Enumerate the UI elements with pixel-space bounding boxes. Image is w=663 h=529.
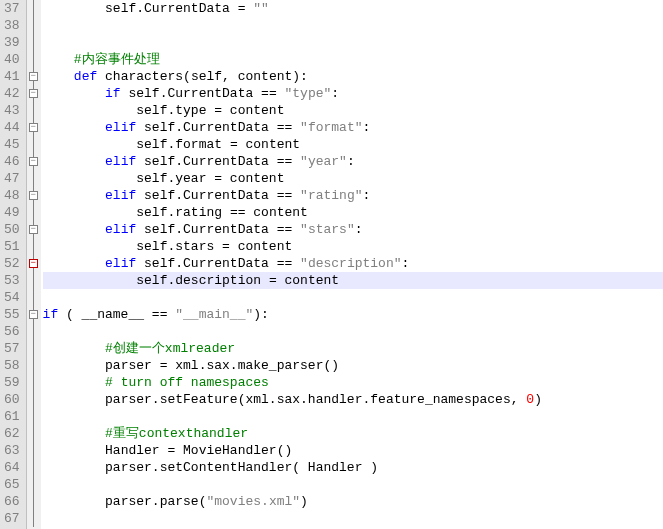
fold-toggle-icon[interactable]: − — [29, 225, 38, 234]
fold-cell[interactable]: − — [27, 306, 41, 323]
token-op: ): — [253, 307, 269, 322]
fold-toggle-icon[interactable]: − — [29, 191, 38, 200]
token-id: parser.setContentHandler — [105, 460, 292, 475]
line-number: 44 — [4, 119, 20, 136]
line-number: 64 — [4, 459, 20, 476]
code-line[interactable]: # turn off namespaces — [43, 374, 663, 391]
token-self: self — [128, 86, 159, 101]
code-area[interactable]: self.CurrentData = "" #内容事件处理 def charac… — [41, 0, 663, 529]
token-id: parser — [105, 358, 160, 373]
token-str: "year" — [300, 154, 347, 169]
token-kw: elif — [105, 120, 144, 135]
line-number: 43 — [4, 102, 20, 119]
token-op: = MovieHandler — [167, 443, 276, 458]
fold-cell — [27, 136, 41, 153]
code-line[interactable]: if self.CurrentData == "type": — [43, 85, 663, 102]
fold-cell — [27, 442, 41, 459]
code-line[interactable]: parser.parse("movies.xml") — [43, 493, 663, 510]
token-id: parser.setFeature — [105, 392, 238, 407]
code-line[interactable] — [43, 34, 663, 51]
fold-cell — [27, 289, 41, 306]
token-self: self — [144, 154, 175, 169]
code-line[interactable]: parser.setContentHandler( Handler ) — [43, 459, 663, 476]
code-editor[interactable]: 3738394041424344454647484950515253545556… — [0, 0, 663, 529]
code-line[interactable]: Handler = MovieHandler() — [43, 442, 663, 459]
fold-toggle-icon[interactable]: − — [29, 89, 38, 98]
code-line[interactable]: parser.setFeature(xml.sax.handler.featur… — [43, 391, 663, 408]
code-line[interactable] — [43, 323, 663, 340]
token-str: "format" — [300, 120, 362, 135]
token-op: == — [261, 86, 284, 101]
token-kw: elif — [105, 222, 144, 237]
fold-toggle-icon[interactable]: − — [29, 72, 38, 81]
token-kw: elif — [105, 256, 144, 271]
code-line[interactable]: self.rating == content — [43, 204, 663, 221]
code-line[interactable]: self.year = content — [43, 170, 663, 187]
code-line[interactable]: self.stars = content — [43, 238, 663, 255]
token-op: = content — [214, 103, 284, 118]
code-line[interactable] — [43, 476, 663, 493]
code-line[interactable]: #内容事件处理 — [43, 51, 663, 68]
fold-cell[interactable]: − — [27, 221, 41, 238]
line-number: 49 — [4, 204, 20, 221]
token-op: == — [277, 188, 300, 203]
code-line[interactable] — [43, 510, 663, 527]
fold-cell — [27, 51, 41, 68]
fold-toggle-icon[interactable]: − — [29, 259, 38, 268]
code-line[interactable]: elif self.CurrentData == "year": — [43, 153, 663, 170]
fold-cell[interactable]: − — [27, 187, 41, 204]
fold-cell — [27, 340, 41, 357]
fold-cell[interactable]: − — [27, 255, 41, 272]
code-line[interactable]: #创建一个xmlreader — [43, 340, 663, 357]
token-op: : — [331, 86, 339, 101]
token-kw: if — [105, 86, 128, 101]
code-line[interactable] — [43, 408, 663, 425]
code-line[interactable]: elif self.CurrentData == "format": — [43, 119, 663, 136]
fold-toggle-icon[interactable]: − — [29, 123, 38, 132]
fold-gutter[interactable]: −−−−−−−− — [27, 0, 41, 529]
code-line[interactable]: #重写contexthandler — [43, 425, 663, 442]
fold-cell — [27, 408, 41, 425]
fold-cell[interactable]: − — [27, 68, 41, 85]
fold-cell[interactable]: − — [27, 153, 41, 170]
token-op: == — [277, 154, 300, 169]
token-str: "movies.xml" — [206, 494, 300, 509]
code-line[interactable]: self.CurrentData = "" — [43, 0, 663, 17]
token-id: CurrentData — [144, 1, 238, 16]
line-number: 39 — [4, 34, 20, 51]
code-line[interactable]: self.description = content — [43, 272, 663, 289]
fold-cell[interactable]: − — [27, 119, 41, 136]
line-number: 57 — [4, 340, 20, 357]
fold-cell — [27, 391, 41, 408]
line-number: 50 — [4, 221, 20, 238]
line-number: 58 — [4, 357, 20, 374]
fold-cell[interactable]: − — [27, 85, 41, 102]
token-kw: def — [74, 69, 105, 84]
fold-toggle-icon[interactable]: − — [29, 310, 38, 319]
line-number: 62 — [4, 425, 20, 442]
code-line[interactable] — [43, 17, 663, 34]
code-line[interactable]: self.format = content — [43, 136, 663, 153]
line-number: 38 — [4, 17, 20, 34]
line-number: 59 — [4, 374, 20, 391]
line-number: 51 — [4, 238, 20, 255]
token-num: 0 — [526, 392, 534, 407]
code-line[interactable]: def characters(self, content): — [43, 68, 663, 85]
line-number: 63 — [4, 442, 20, 459]
code-line[interactable] — [43, 289, 663, 306]
token-self: self — [136, 103, 167, 118]
code-line[interactable]: elif self.CurrentData == "description": — [43, 255, 663, 272]
fold-cell — [27, 238, 41, 255]
code-line[interactable]: elif self.CurrentData == "stars": — [43, 221, 663, 238]
code-line[interactable]: self.type = content — [43, 102, 663, 119]
line-number: 65 — [4, 476, 20, 493]
line-number: 60 — [4, 391, 20, 408]
fold-toggle-icon[interactable]: − — [29, 157, 38, 166]
token-op: , content): — [222, 69, 308, 84]
fold-cell — [27, 102, 41, 119]
token-op: .CurrentData — [160, 86, 261, 101]
code-line[interactable]: parser = xml.sax.make_parser() — [43, 357, 663, 374]
code-line[interactable]: elif self.CurrentData == "rating": — [43, 187, 663, 204]
code-line[interactable]: if ( __name__ == "__main__"): — [43, 306, 663, 323]
token-self: self — [144, 120, 175, 135]
